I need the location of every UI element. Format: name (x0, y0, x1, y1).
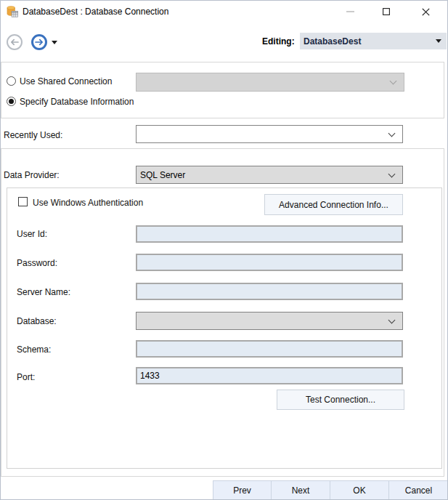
prev-button[interactable]: Prev (213, 480, 272, 500)
radio-selected-dot (9, 99, 14, 104)
port-field[interactable] (136, 367, 403, 384)
title-bar: DatabaseDest : Database Connection (1, 1, 448, 23)
specify-database-information-label: Specify Database Information (20, 97, 134, 107)
server-name-field[interactable] (136, 283, 403, 300)
editing-label: Editing: (262, 36, 295, 47)
database-connection-dialog: DatabaseDest : Database Connection Editi… (0, 0, 448, 500)
ok-button[interactable]: OK (330, 480, 389, 500)
database-table-icon (6, 6, 18, 17)
database-label: Database: (17, 316, 57, 326)
forward-dropdown-caret-icon[interactable] (52, 41, 57, 47)
test-connection-button[interactable]: Test Connection... (277, 390, 404, 410)
cancel-button-label: Cancel (405, 485, 432, 496)
chevron-down-icon (388, 171, 396, 178)
recently-used-label: Recently Used: (4, 130, 62, 140)
chevron-down-icon (388, 130, 396, 137)
back-arrow-icon[interactable] (7, 34, 23, 50)
use-windows-authentication-label: Use Windows Authentication (33, 198, 143, 208)
shared-connection-combobox (136, 73, 404, 92)
window-title: DatabaseDest : Database Connection (23, 7, 168, 17)
schema-field[interactable] (136, 340, 403, 358)
password-field[interactable] (136, 254, 403, 271)
port-label: Port: (17, 372, 35, 382)
advanced-connection-info-label: Advanced Connection Info... (279, 200, 388, 210)
data-provider-label: Data Provider: (4, 170, 60, 180)
user-id-field[interactable] (136, 225, 403, 243)
forward-arrow-icon[interactable] (31, 34, 47, 50)
user-id-label: User Id: (17, 229, 47, 239)
test-connection-label: Test Connection... (306, 395, 375, 405)
prev-button-label: Prev (233, 485, 251, 496)
radio-use-shared-connection[interactable] (7, 76, 16, 86)
maximize-button[interactable] (370, 1, 402, 23)
chevron-down-icon (390, 78, 397, 85)
editing-combobox[interactable]: DatabaseDest (300, 33, 447, 49)
data-provider-combobox[interactable]: SQL Server (136, 166, 403, 184)
data-provider-value: SQL Server (140, 170, 185, 180)
recently-used-combobox[interactable] (136, 125, 403, 143)
cancel-button[interactable]: Cancel (388, 480, 448, 500)
next-button[interactable]: Next (271, 480, 330, 500)
schema-label: Schema: (17, 344, 51, 355)
chevron-down-icon (388, 317, 396, 324)
use-windows-authentication-checkbox[interactable] (18, 197, 28, 206)
editing-combobox-value: DatabaseDest (304, 36, 361, 47)
next-button-label: Next (292, 485, 310, 496)
use-shared-connection-label: Use Shared Connection (20, 76, 112, 86)
chevron-down-icon (436, 39, 441, 46)
advanced-connection-info-button[interactable]: Advanced Connection Info... (264, 194, 403, 215)
close-button[interactable] (410, 1, 442, 23)
radio-specify-database-information[interactable] (7, 97, 16, 106)
minimize-button[interactable] (334, 1, 367, 23)
server-name-label: Server Name: (17, 287, 70, 297)
ok-button-label: OK (353, 485, 365, 496)
database-combobox[interactable] (136, 312, 403, 330)
password-label: Password: (17, 258, 57, 268)
